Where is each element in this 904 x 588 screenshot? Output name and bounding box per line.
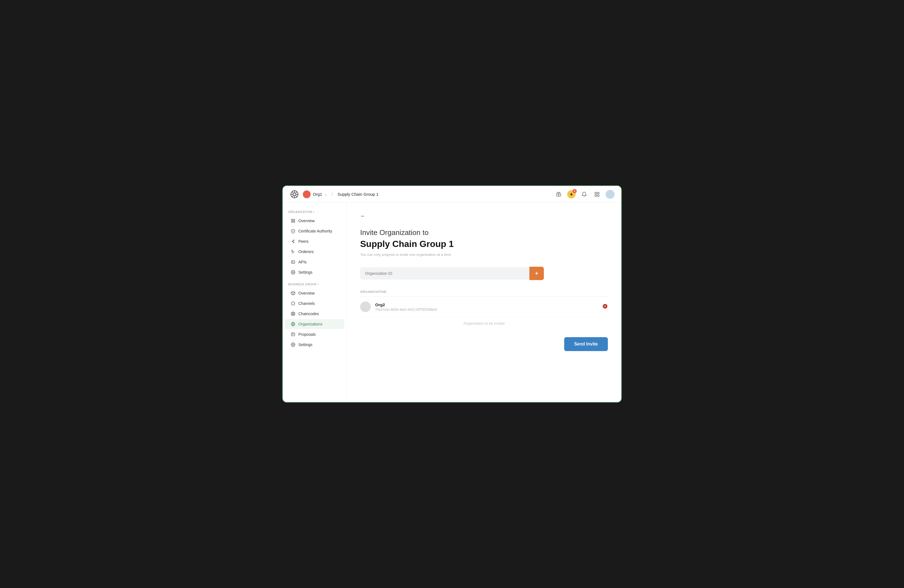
proposals-icon [291,332,296,337]
sidebar-item-org-settings-label: Settings [299,270,313,275]
invite-hint: Organization to be invited [360,318,608,329]
sidebar-item-organizations[interactable]: Organizations [285,319,344,329]
svg-line-8 [296,191,297,193]
org-id-search-row: + [360,267,544,280]
svg-rect-13 [595,192,597,194]
svg-point-21 [292,241,293,242]
svg-rect-10 [557,193,561,196]
page-subtitle: You can only propose to invite one organ… [360,253,608,257]
svg-line-40 [294,312,294,313]
svg-rect-14 [597,192,599,194]
org-row-avatar [360,302,371,312]
sidebar-item-proposals-label: Proposals [299,332,316,337]
app-logo [289,189,299,199]
svg-line-24 [293,240,294,241]
table-header: ORGANIZATION [360,290,608,297]
svg-line-25 [293,242,294,242]
sidebar-item-channels-label: Channels [299,301,315,306]
svg-rect-15 [595,194,597,196]
org-row-name: Org2 [375,302,598,307]
organizations-icon [291,322,296,327]
remove-org-button[interactable] [602,303,608,310]
org-selector[interactable]: Org1 ⌄ [303,190,327,198]
svg-point-46 [292,344,294,345]
page-title-main: Supply Chain Group 1 [360,239,608,249]
add-org-button[interactable]: + [529,267,544,280]
svg-point-23 [293,242,294,243]
sidebar-item-bg-settings[interactable]: Settings [285,340,344,350]
sidebar-item-bg-overview-label: Overview [299,291,315,296]
apis-icon [291,259,296,264]
settings-icon [291,270,296,275]
sidebar: ORGANIZATION / Overview [283,203,347,402]
sidebar-item-overview-label: Overview [299,218,315,223]
svg-line-39 [292,315,292,315]
overview-icon [291,218,296,223]
svg-point-31 [292,272,294,273]
sidebar-item-organizations-label: Organizations [299,322,322,326]
sidebar-item-bg-overview[interactable]: Overview [285,288,344,298]
back-button[interactable]: ← [360,212,366,220]
header-icons: 6 [555,190,615,199]
bg-settings-icon [291,342,296,347]
sidebar-item-orderers-label: Orderers [299,250,314,254]
sidebar-item-proposals[interactable]: Proposals [285,329,344,339]
orderers-icon [291,249,296,254]
svg-rect-19 [291,221,293,223]
badge: 6 [572,189,577,193]
svg-rect-17 [291,219,293,220]
svg-rect-43 [291,333,295,336]
screenshot-icon[interactable] [555,190,563,199]
svg-point-22 [293,240,294,241]
sidebar-item-ca-label: Certificate Authority [299,229,332,233]
svg-line-7 [296,195,297,197]
sidebar-item-peers-label: Peers [299,239,309,243]
bg-overview-icon [291,291,296,296]
sidebar-item-overview[interactable]: Overview [285,216,344,226]
main-content: ← Invite Organization to Supply Chain Gr… [347,203,621,402]
sidebar-item-channels[interactable]: Channels [285,299,344,308]
sidebar-item-certificate-authority[interactable]: Certificate Authority [285,226,344,236]
sidebar-item-apis[interactable]: APIs [285,257,344,267]
org-section-label: ORGANIZATION / [283,210,346,213]
bell-icon[interactable] [580,190,588,199]
svg-point-11 [558,194,559,195]
org-row-info: Org2 74147a2c-662b-4ee1-b011-bf7f3520dbc… [375,302,598,311]
sidebar-item-peers[interactable]: Peers [285,236,344,247]
chaincodes-icon [291,311,296,316]
header: Org1 ⌄ / Supply Chain Group 1 6 [283,186,621,203]
svg-marker-12 [570,192,573,196]
breadcrumb-divider: / [332,191,333,197]
send-invite-button[interactable]: Send Invite [564,337,608,351]
org-chevron-icon: ⌄ [324,192,327,196]
bg-section-label: BUSINESS GROUP / [283,283,346,286]
org-id-input[interactable] [360,267,529,280]
breadcrumb-label: Supply Chain Group 1 [337,192,379,196]
send-invite-row: Send Invite [360,337,608,351]
sidebar-item-chaincodes[interactable]: Chaincodes [285,309,344,319]
svg-line-37 [292,312,292,313]
sidebar-item-org-settings[interactable]: Settings [285,267,344,277]
svg-rect-16 [597,194,599,196]
page-title-sub: Invite Organization to [360,228,608,237]
svg-point-36 [292,313,294,315]
svg-rect-18 [293,219,295,220]
app-window: Org1 ⌄ / Supply Chain Group 1 6 [282,185,622,403]
sidebar-item-chaincodes-label: Chaincodes [299,311,319,316]
org-name: Org1 [313,192,322,196]
user-avatar[interactable] [605,190,615,199]
lightning-icon[interactable]: 6 [567,190,575,199]
sidebar-item-orderers[interactable]: Orderers [285,247,344,257]
svg-line-9 [292,195,294,197]
sidebar-item-bg-settings-label: Settings [299,343,313,347]
shield-icon [291,229,296,234]
grid-icon[interactable] [593,190,601,199]
svg-marker-34 [291,302,295,305]
sidebar-item-apis-label: APIs [299,260,307,264]
svg-line-38 [294,315,294,315]
svg-point-1 [293,193,296,196]
org-avatar [303,190,311,198]
org-row-id: 74147a2c-662b-4ee1-b011-bf7f3520dbc6 [375,308,598,311]
channels-icon [291,301,296,306]
peers-icon [291,239,296,244]
